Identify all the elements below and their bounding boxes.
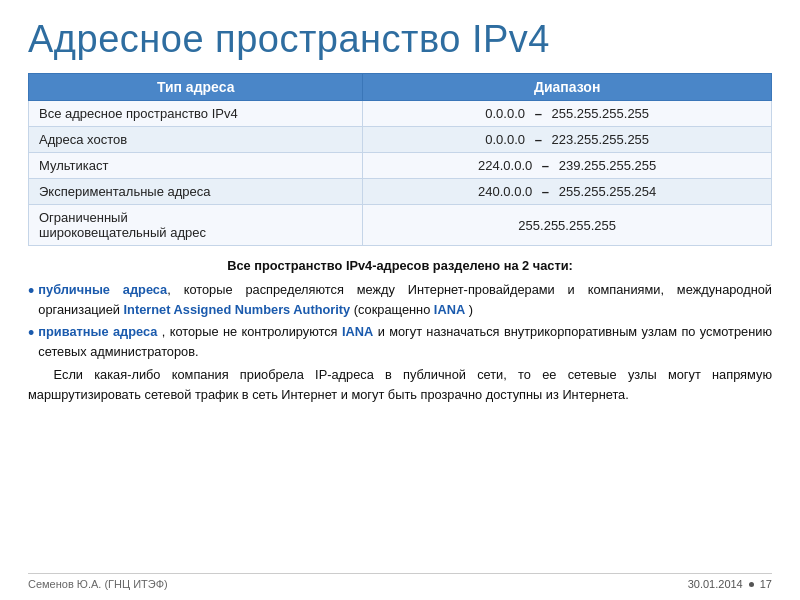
row-type-3: Мультикаст: [29, 153, 363, 179]
range-from-1: 0.0.0.0: [485, 106, 525, 121]
range-from-2: 0.0.0.0: [485, 132, 525, 147]
range-to-1: 255.255.255.255: [551, 106, 649, 121]
row-range-4: 240.0.0.0 – 255.255.255.254: [363, 179, 772, 205]
page-title: Адресное пространство IPv4: [28, 18, 772, 61]
bullet1-iana: IANA: [434, 302, 465, 317]
range-to-5: 255.255.255.255: [518, 218, 616, 233]
range-dash-1: –: [529, 106, 548, 121]
footer-date: 30.01.2014: [688, 578, 743, 590]
row-range-2: 0.0.0.0 – 223.255.255.255: [363, 127, 772, 153]
bullet-dot-2: •: [28, 320, 34, 348]
bullet-item-2: • приватные адреса , которые не контроли…: [28, 322, 772, 362]
row-type-4: Экспериментальные адреса: [29, 179, 363, 205]
range-from-4: 240.0.0.0: [478, 184, 532, 199]
range-to-2: 223.255.255.255: [551, 132, 649, 147]
range-dash-3: –: [536, 158, 555, 173]
bullet-1-content: публичные адреса, которые распределяются…: [38, 280, 772, 320]
range-to-3: 239.255.255.255: [559, 158, 657, 173]
bullet1-label: публичные адреса: [38, 282, 167, 297]
range-dash-4: –: [536, 184, 555, 199]
table-row: Все адресное пространство IPv4 0.0.0.0 –…: [29, 101, 772, 127]
row-range-1: 0.0.0.0 – 255.255.255.255: [363, 101, 772, 127]
page: Адресное пространство IPv4 Тип адреса Ди…: [0, 0, 800, 600]
row-type-1: Все адресное пространство IPv4: [29, 101, 363, 127]
range-to-4: 255.255.255.254: [559, 184, 657, 199]
range-from-3: 224.0.0.0: [478, 158, 532, 173]
row-range-3: 224.0.0.0 – 239.255.255.255: [363, 153, 772, 179]
bullet-dot-1: •: [28, 278, 34, 306]
table-row: Адреса хостов 0.0.0.0 – 223.255.255.255: [29, 127, 772, 153]
table-row: Мультикаст 224.0.0.0 – 239.255.255.255: [29, 153, 772, 179]
row-type-5: Ограниченныйшироковещательный адрес: [29, 205, 363, 246]
bullet1-close: ): [469, 302, 473, 317]
final-para: Если какая-либо компания приобрела IP-ад…: [28, 365, 772, 405]
bullet1-abbr: (сокращенно: [354, 302, 431, 317]
row-type-2: Адреса хостов: [29, 127, 363, 153]
bullet-item-1: • публичные адреса, которые распределяют…: [28, 280, 772, 320]
content-block: Все пространство IPv4-адресов разделено …: [28, 256, 772, 405]
address-table: Тип адреса Диапазон Все адресное простра…: [28, 73, 772, 246]
table-row: Экспериментальные адреса 240.0.0.0 – 255…: [29, 179, 772, 205]
row-range-5: 255.255.255.255: [363, 205, 772, 246]
intro-text: Все пространство IPv4-адресов разделено …: [28, 256, 772, 276]
bullet2-label: приватные адреса: [38, 324, 157, 339]
footer-right: 30.01.2014 17: [688, 578, 772, 590]
footer: Семенов Ю.А. (ГНЦ ИТЭФ) 30.01.2014 17: [28, 573, 772, 590]
bullet-2-content: приватные адреса , которые не контролиру…: [38, 322, 772, 362]
table-row: Ограниченныйшироковещательный адрес 255.…: [29, 205, 772, 246]
footer-separator: [749, 582, 754, 587]
bullet2-text: , которые не контролируются: [162, 324, 338, 339]
footer-page: 17: [760, 578, 772, 590]
col-header-range: Диапазон: [363, 74, 772, 101]
col-header-type: Тип адреса: [29, 74, 363, 101]
bullet1-bold: Internet Assigned Numbers Authority: [124, 302, 351, 317]
footer-author: Семенов Ю.А. (ГНЦ ИТЭФ): [28, 578, 168, 590]
bullet2-iana: IANA: [342, 324, 373, 339]
range-dash-2: –: [529, 132, 548, 147]
